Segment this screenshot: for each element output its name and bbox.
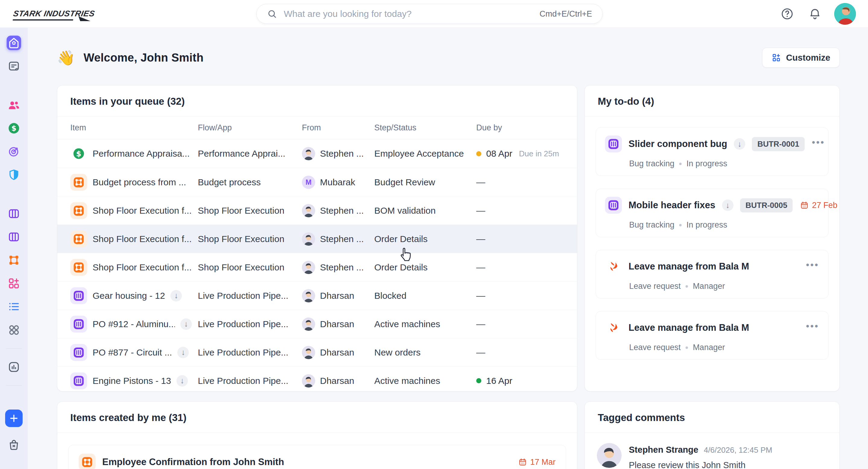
table-row[interactable]: Gear housing - 12 ↓ Live Production Pipe… [57, 281, 577, 310]
from-name: Dharsan [320, 291, 354, 301]
user-avatar[interactable] [834, 3, 856, 25]
step-status: Budget Review [374, 177, 476, 187]
create-button[interactable] [5, 410, 23, 427]
comment-text: Please review this John Smith [629, 460, 772, 469]
global-search[interactable]: Cmd+E/Ctrl+E [256, 4, 602, 24]
sidebar-divider [6, 348, 22, 349]
table-row[interactable]: PO #877 - Circuit ... ↓ Live Production … [57, 338, 577, 367]
board-icon-2 [7, 230, 21, 243]
todo-card[interactable]: Slider component bug ↓ BUTR-0001 ••• Bug… [596, 127, 829, 176]
created-panel: Items created by me (31) Employee Confir… [57, 401, 577, 469]
analytics-icon [7, 360, 21, 374]
todo-card[interactable]: Leave manage from Bala M ••• Leave reque… [596, 311, 829, 360]
sidebar-item-circles[interactable] [7, 323, 21, 337]
status-dot [476, 151, 482, 156]
avatar [302, 374, 315, 387]
requests-icon [7, 59, 21, 73]
more-actions-button[interactable]: ••• [806, 260, 819, 272]
marketplace-icon [7, 438, 21, 451]
from-name: Stephen ... [320, 206, 364, 216]
step-status: Active machines [374, 376, 476, 386]
table-row[interactable]: $ Performance Appraisa... Performance Ap… [57, 140, 577, 168]
sidebar-item-security[interactable] [7, 168, 21, 182]
priority-down-icon: ↓ [170, 290, 182, 301]
avatar-initial: M [302, 176, 315, 189]
process-icon [7, 254, 21, 267]
due-cell: — [476, 177, 564, 187]
finance-icon: $ [7, 122, 21, 135]
col-from: From [302, 123, 374, 133]
sidebar-item-goals[interactable] [7, 144, 21, 159]
customize-button[interactable]: Customize [762, 48, 840, 68]
sidebar-item-home[interactable] [7, 36, 21, 50]
step-status: Employee Acceptance [374, 148, 476, 159]
item-name: Budget process from ... [93, 177, 186, 187]
process-chip-icon [79, 453, 96, 469]
more-actions-button[interactable]: ••• [806, 322, 819, 334]
security-icon [7, 168, 21, 181]
table-row[interactable]: Shop Floor Execution f... Shop Floor Exe… [57, 196, 577, 225]
sidebar-item-requests[interactable] [7, 59, 21, 74]
item-name: Shop Floor Execution f... [93, 206, 192, 216]
table-row[interactable]: Budget process from ... Budget process M… [57, 168, 577, 196]
company-logo: STARK INDUSTRIES [12, 9, 83, 19]
main-content: 👋 Welcome, John Smith Customize Items in… [28, 28, 868, 469]
table-row[interactable]: PO #912 - Aluminu... ↓ Live Production P… [57, 310, 577, 338]
from-name: Dharsan [320, 319, 354, 329]
created-item-title: Employee Confirmation from John Smith [102, 457, 284, 468]
step-status: Order Details [374, 234, 476, 244]
process-chip-icon [70, 202, 87, 219]
sidebar-item-process[interactable] [7, 253, 21, 267]
queue-table-header: Item Flow/App From Step/Status Due by [57, 117, 577, 140]
from-name: Mubarak [320, 177, 355, 187]
due-cell: — [476, 347, 564, 358]
sidebar-item-board-2[interactable] [7, 230, 21, 244]
sidebar-item-apps-add[interactable] [7, 276, 21, 291]
from-cell: Dharsan [302, 374, 374, 387]
flow-name: Live Production Pipe... [198, 347, 302, 358]
topbar: STARK INDUSTRIES Cmd+E/Ctrl+E [0, 0, 868, 28]
sidebar-item-people[interactable] [7, 98, 21, 112]
created-title: Items created by me (31) [57, 402, 577, 433]
comment-item[interactable]: Stephen Strange 4/6/2026, 12:45 PM Pleas… [597, 443, 827, 469]
todo-card[interactable]: Leave manage from Bala M ••• Leave reque… [596, 250, 829, 298]
item-name: Shop Floor Execution f... [93, 262, 192, 272]
sidebar-item-analytics[interactable] [7, 360, 21, 374]
queue-title: Items in your queue (32) [57, 85, 577, 116]
todo-card[interactable]: Mobile header fixes ↓ BUTR-0005 27 Feb •… [596, 188, 829, 237]
flow-name: Live Production Pipe... [198, 319, 302, 329]
table-row[interactable]: Shop Floor Execution f... Shop Floor Exe… [57, 225, 577, 253]
sidebar-item-board-1[interactable] [7, 206, 21, 221]
search-input[interactable] [284, 9, 539, 19]
todo-card-title: Leave manage from Bala M [628, 261, 749, 272]
list-icon [7, 300, 21, 313]
help-button[interactable] [779, 5, 796, 22]
priority-down-icon: ↓ [177, 375, 188, 387]
status-dot [476, 378, 482, 383]
flow-name: Live Production Pipe... [198, 291, 302, 301]
from-cell: Stephen ... [302, 261, 374, 274]
table-row[interactable]: Engine Pistons - 13 ↓ Live Production Pi… [57, 367, 577, 391]
apps-add-icon [7, 277, 21, 290]
customize-label: Customize [786, 53, 830, 63]
priority-down-icon: ↓ [180, 318, 192, 330]
item-name: Gear housing - 12 [93, 291, 165, 301]
comments-title: Tagged comments [585, 402, 839, 433]
from-cell: Dharsan [302, 318, 374, 331]
col-item: Item [70, 123, 198, 133]
sidebar-item-finance[interactable]: $ [7, 121, 21, 136]
due-cell: 16 Apr [476, 376, 564, 386]
from-name: Dharsan [320, 376, 354, 386]
board-chip-icon [70, 373, 87, 389]
item-name: PO #877 - Circuit ... [93, 347, 172, 358]
table-row[interactable]: Shop Floor Execution f... Shop Floor Exe… [57, 253, 577, 281]
created-item-card[interactable]: Employee Confirmation from John Smith 17… [68, 445, 566, 469]
sidebar-item-list[interactable] [7, 299, 21, 314]
svg-text:$: $ [76, 149, 81, 158]
item-name: PO #912 - Aluminu... [93, 319, 175, 329]
step-status: Active machines [374, 319, 476, 329]
col-flow: Flow/App [198, 123, 302, 133]
notifications-button[interactable] [806, 5, 824, 22]
sidebar-item-marketplace[interactable] [7, 437, 21, 452]
more-actions-button[interactable]: ••• [812, 138, 825, 150]
